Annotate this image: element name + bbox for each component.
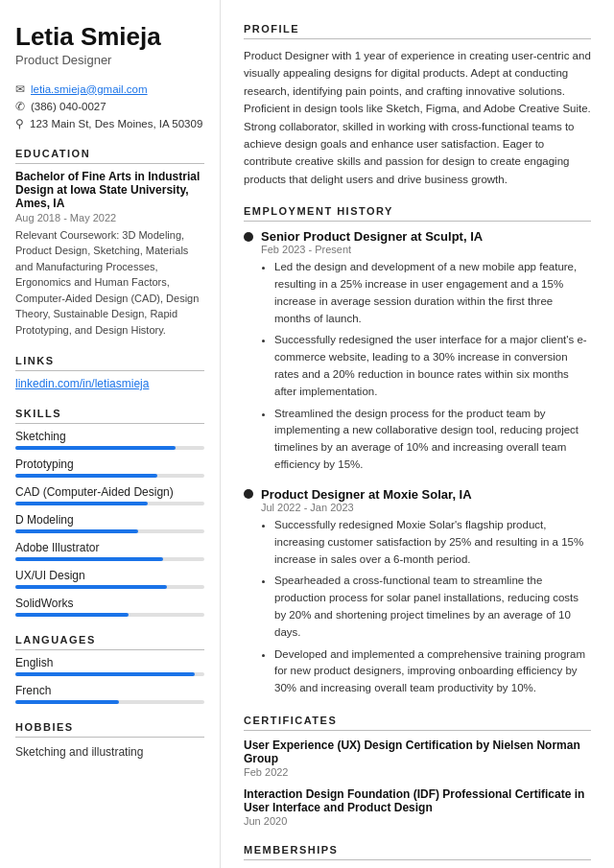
sidebar: Letia Smieja Product Designer ✉ letia.sm… xyxy=(0,0,221,868)
language-label: French xyxy=(15,684,204,697)
language-bar-bg xyxy=(15,700,204,704)
certificates-list: User Experience (UX) Design Certificatio… xyxy=(244,739,591,827)
job-bullets: Successfully redesigned Moxie Solar's fl… xyxy=(261,517,591,697)
skill-item: CAD (Computer-Aided Design) xyxy=(15,485,204,505)
phone-contact: ✆ (386) 040-0027 xyxy=(15,100,204,113)
linkedin-link-item: linkedin.com/in/letiasmieja xyxy=(15,377,204,390)
skills-section-title: SKILLS xyxy=(15,408,204,424)
skill-bar-bg xyxy=(15,585,204,589)
main-content: PROFILE Product Designer with 1 year of … xyxy=(221,0,614,868)
skill-bar-fill xyxy=(15,585,167,589)
education-section-title: EDUCATION xyxy=(15,148,204,164)
certificate-entry: Interaction Design Foundation (IDF) Prof… xyxy=(244,787,591,827)
job-bullet: Developed and implemented a comprehensiv… xyxy=(274,646,591,697)
skill-bar-bg xyxy=(15,613,204,617)
skill-label: D Modeling xyxy=(15,513,204,527)
email-contact: ✉ letia.smieja@gmail.com xyxy=(15,82,204,96)
employment-section-title: EMPLOYMENT HISTORY xyxy=(244,205,591,222)
email-link[interactable]: letia.smieja@gmail.com xyxy=(31,83,148,95)
phone-icon: ✆ xyxy=(15,100,25,113)
job-dot xyxy=(244,232,253,242)
skill-bar-fill xyxy=(15,613,129,617)
skill-item: UX/UI Design xyxy=(15,569,204,589)
skill-bar-bg xyxy=(15,446,204,450)
skill-label: UX/UI Design xyxy=(15,569,204,582)
phone-number: (386) 040-0027 xyxy=(31,101,106,112)
language-bar-bg xyxy=(15,672,204,676)
coursework-text: 3D Modeling, Product Design, Sketching, … xyxy=(15,229,199,336)
certificate-entry: User Experience (UX) Design Certificatio… xyxy=(244,739,591,778)
candidate-name: Letia Smieja xyxy=(15,23,204,51)
skill-label: Sketching xyxy=(15,430,204,443)
education-coursework: Relevant Coursework: 3D Modeling, Produc… xyxy=(15,227,204,339)
skill-bar-fill xyxy=(15,529,138,533)
language-bar-fill xyxy=(15,672,195,676)
job-title: Senior Product Designer at Sculpt, IA xyxy=(244,229,591,244)
hobbies-text: Sketching and illustrating xyxy=(15,743,204,761)
skill-bar-bg xyxy=(15,474,204,478)
coursework-label: Relevant Coursework: xyxy=(15,229,122,241)
certificate-name: Interaction Design Foundation (IDF) Prof… xyxy=(244,787,591,814)
skills-list: Sketching Prototyping CAD (Computer-Aide… xyxy=(15,430,204,617)
certificate-date: Feb 2022 xyxy=(244,766,591,778)
linkedin-link[interactable]: linkedin.com/in/letiasmieja xyxy=(15,377,149,390)
job-entry: Senior Product Designer at Sculpt, IA Fe… xyxy=(244,229,591,474)
language-label: English xyxy=(15,656,204,669)
skill-label: Adobe Illustrator xyxy=(15,541,204,554)
education-degree: Bachelor of Fine Arts in Industrial Desi… xyxy=(15,170,204,210)
location-icon: ⚲ xyxy=(15,117,24,130)
skill-item: Prototyping xyxy=(15,457,204,478)
job-title: Product Designer at Moxie Solar, IA xyxy=(244,487,591,502)
profile-text: Product Designer with 1 year of experien… xyxy=(244,47,591,188)
memberships-section-title: MEMBERSHIPS xyxy=(244,844,591,860)
employment-list: Senior Product Designer at Sculpt, IA Fe… xyxy=(244,229,591,697)
job-bullet: Spearheaded a cross-functional team to s… xyxy=(274,573,591,641)
job-date: Jul 2022 - Jan 2023 xyxy=(261,502,591,513)
skill-item: SolidWorks xyxy=(15,597,204,617)
skill-bar-fill xyxy=(15,474,157,478)
certificate-name: User Experience (UX) Design Certificatio… xyxy=(244,739,591,765)
skill-bar-fill xyxy=(15,557,163,561)
skill-bar-bg xyxy=(15,557,204,561)
certificates-section-title: CERTIFICATES xyxy=(244,715,591,731)
skill-item: Sketching xyxy=(15,430,204,450)
skill-label: Prototyping xyxy=(15,457,204,471)
links-section-title: LINKS xyxy=(15,355,204,371)
job-bullets: Led the design and development of a new … xyxy=(261,259,591,474)
job-bullet: Streamlined the design process for the p… xyxy=(274,406,591,474)
job-bullet: Successfully redesigned Moxie Solar's fl… xyxy=(274,517,591,568)
languages-section-title: LANGUAGES xyxy=(15,634,204,650)
skill-bar-fill xyxy=(15,502,148,505)
education-dates: Aug 2018 - May 2022 xyxy=(15,212,204,223)
skill-bar-fill xyxy=(15,446,176,450)
profile-section-title: PROFILE xyxy=(244,23,591,39)
email-icon: ✉ xyxy=(15,82,25,96)
skill-label: SolidWorks xyxy=(15,597,204,610)
skill-bar-bg xyxy=(15,502,204,505)
skill-item: D Modeling xyxy=(15,513,204,533)
skill-bar-bg xyxy=(15,529,204,533)
language-item: French xyxy=(15,684,204,704)
skill-label: CAD (Computer-Aided Design) xyxy=(15,485,204,499)
address-contact: ⚲ 123 Main St, Des Moines, IA 50309 xyxy=(15,117,204,130)
job-title-text: Product Designer at Moxie Solar, IA xyxy=(261,487,472,502)
job-date: Feb 2023 - Present xyxy=(261,244,591,255)
candidate-title: Product Designer xyxy=(15,53,204,67)
job-bullet: Successfully redesigned the user interfa… xyxy=(274,332,591,400)
hobbies-section-title: HOBBIES xyxy=(15,721,204,738)
skill-item: Adobe Illustrator xyxy=(15,541,204,561)
job-bullet: Led the design and development of a new … xyxy=(274,259,591,327)
certificate-date: Jun 2020 xyxy=(244,815,591,827)
address-text: 123 Main St, Des Moines, IA 50309 xyxy=(30,118,202,129)
language-item: English xyxy=(15,656,204,676)
job-title-text: Senior Product Designer at Sculpt, IA xyxy=(261,229,483,244)
languages-list: English French xyxy=(15,656,204,704)
job-dot xyxy=(244,489,253,499)
job-entry: Product Designer at Moxie Solar, IA Jul … xyxy=(244,487,591,697)
language-bar-fill xyxy=(15,700,119,704)
